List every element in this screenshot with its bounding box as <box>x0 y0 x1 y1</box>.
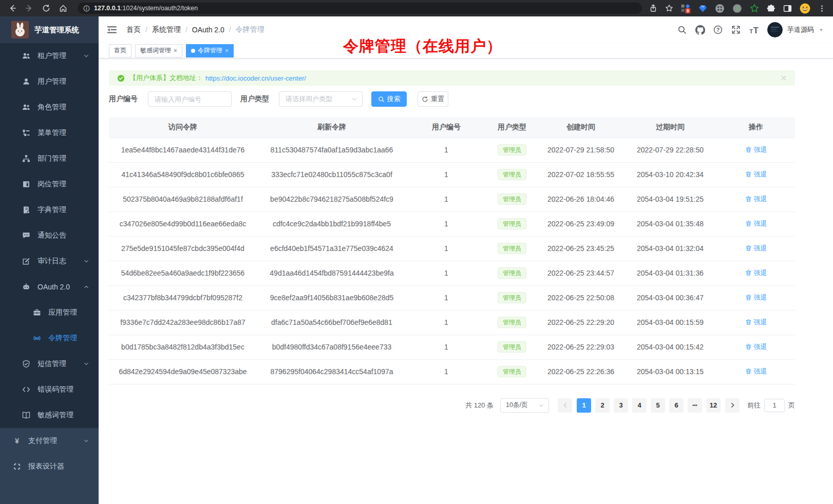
sidebar-item-label: 敏感词管理 <box>37 411 73 420</box>
force-logout-button[interactable]: 强退 <box>745 195 767 204</box>
user-type-cell: 管理员 <box>486 236 538 261</box>
post-icon <box>22 180 30 188</box>
force-logout-button[interactable]: 强退 <box>745 342 767 352</box>
force-logout-button[interactable]: 强退 <box>745 318 767 327</box>
sidebar-item-menu-tree[interactable]: 菜单管理 <box>0 120 99 146</box>
breadcrumb-item[interactable]: OAuth 2.0 <box>192 26 224 34</box>
share-icon[interactable] <box>649 4 657 12</box>
extension-tabs-icon[interactable]: 9 <box>681 4 691 13</box>
force-logout-button[interactable]: 强退 <box>745 293 767 302</box>
breadcrumb-separator: / <box>229 26 231 34</box>
caret-down-icon[interactable] <box>819 27 824 32</box>
page-button-12[interactable]: 12 <box>706 398 721 413</box>
search-form: 用户编号 用户类型 请选择用户类型 搜索 重置 <box>109 91 795 107</box>
sidebar-item-user[interactable]: 用户管理 <box>0 69 99 94</box>
sidebar-item-application[interactable]: 应用管理 <box>0 300 99 325</box>
page-button-4[interactable]: 4 <box>632 398 647 413</box>
user-type-select[interactable]: 请选择用户类型 <box>279 91 363 107</box>
sidebar-item-label: 应用管理 <box>48 308 77 317</box>
bookmark-star-icon[interactable] <box>665 4 673 12</box>
page-button-1[interactable]: 1 <box>577 398 591 413</box>
sidebar-item-label: 支付管理 <box>28 436 57 445</box>
site-info-icon[interactable] <box>83 5 90 12</box>
next-page-button[interactable] <box>725 398 740 413</box>
sidebar-item-department[interactable]: 部门管理 <box>0 146 99 171</box>
goto-page-input[interactable] <box>764 399 785 412</box>
extension-command-icon[interactable] <box>715 4 725 13</box>
font-size-icon[interactable]: TT <box>749 25 759 34</box>
github-icon[interactable] <box>695 25 705 34</box>
sidebar-item-token[interactable]: A令牌管理 <box>0 325 99 351</box>
side-panel-icon[interactable] <box>783 4 792 13</box>
extension-star-icon[interactable] <box>750 4 759 13</box>
user-type-placeholder: 请选择用户类型 <box>286 94 332 104</box>
page-ellipsis[interactable]: ••• <box>688 398 702 413</box>
page-button-6[interactable]: 6 <box>669 398 684 413</box>
created-time-cell: 2022-07-02 18:55:55 <box>538 162 623 187</box>
sidebar-item-audit-log[interactable]: 审计日志 <box>0 248 99 274</box>
search-button[interactable]: 搜索 <box>371 91 407 107</box>
page-button-3[interactable]: 3 <box>614 398 628 413</box>
user-name[interactable]: 芋道源码 <box>787 25 814 34</box>
browser-menu-icon[interactable] <box>818 5 826 12</box>
fullscreen-icon[interactable] <box>731 25 741 34</box>
sidebar-toggle-icon[interactable] <box>107 25 117 35</box>
profile-avatar-icon[interactable] <box>800 3 810 14</box>
sidebar-item-post[interactable]: 岗位管理 <box>0 171 99 197</box>
prev-page-button[interactable] <box>558 398 572 413</box>
page-size-select[interactable]: 10条/页 <box>500 398 549 413</box>
sidebar-item-dictionary[interactable]: 字典管理 <box>0 197 99 223</box>
sidebar-item-label: 通知公告 <box>37 231 66 240</box>
expire-time-cell: 2054-03-04 00:15:42 <box>623 335 717 359</box>
browser-reload-icon[interactable] <box>42 4 50 12</box>
force-logout-button[interactable]: 强退 <box>745 219 767 228</box>
tab-close-icon[interactable]: × <box>225 48 229 54</box>
sidebar-item-tenant[interactable]: 租户管理 <box>0 43 99 69</box>
user-id-cell: 1 <box>407 211 486 236</box>
help-icon[interactable]: ? <box>713 25 723 34</box>
trash-icon <box>745 319 752 325</box>
page-button-2[interactable]: 2 <box>595 398 610 413</box>
breadcrumb-item[interactable]: 系统管理 <box>152 25 181 34</box>
sidebar-item-role[interactable]: 角色管理 <box>0 94 99 120</box>
extension-dot-icon[interactable] <box>732 4 742 13</box>
browser-home-icon[interactable] <box>59 4 67 12</box>
breadcrumb-item[interactable]: 首页 <box>126 25 141 34</box>
sidebar-item-error-code[interactable]: 错误码管理 <box>0 377 99 402</box>
sidebar-item-sms[interactable]: 短信管理 <box>0 351 99 377</box>
force-logout-button[interactable]: 强退 <box>745 170 767 179</box>
search-icon[interactable] <box>677 25 687 34</box>
sidebar-item-announcement[interactable]: 通知公告 <box>0 223 99 248</box>
force-logout-button[interactable]: 强退 <box>745 145 767 154</box>
created-time-cell: 2022-06-25 23:45:25 <box>538 236 623 261</box>
browser-back-icon[interactable] <box>8 4 16 12</box>
extension-gem-icon[interactable] <box>698 4 707 13</box>
alert-close-icon[interactable] <box>781 75 787 81</box>
user-avatar[interactable] <box>767 22 783 37</box>
svg-text:?: ? <box>716 27 720 33</box>
tab-首页[interactable]: 首页 <box>109 44 131 57</box>
sidebar-item-report-designer[interactable]: 报表设计器 <box>0 454 99 479</box>
refresh-token-cell: b0df4980ffd34c67a08f9156e4eee733 <box>257 335 407 359</box>
extensions-puzzle-icon[interactable] <box>767 4 775 13</box>
refresh-icon <box>422 96 428 103</box>
force-logout-button[interactable]: 强退 <box>745 268 767 278</box>
page-button-5[interactable]: 5 <box>651 398 665 413</box>
reset-button[interactable]: 重置 <box>418 91 448 107</box>
tab-令牌管理[interactable]: 令牌管理× <box>186 44 234 57</box>
page-suffix-label: 页 <box>788 401 795 410</box>
table-row: 54d6be82ee5a460a9aedc1f9bf22365649d1aa46… <box>109 261 795 285</box>
browser-forward-icon[interactable] <box>25 4 33 12</box>
tab-敏感词管理[interactable]: 敏感词管理× <box>135 44 182 57</box>
user-id-input[interactable] <box>148 91 232 107</box>
magnifier-icon <box>378 96 385 103</box>
sidebar-item-sensitive-word[interactable]: 敏感词管理 <box>0 402 99 428</box>
doc-link[interactable]: https://doc.iocoder.cn/user-center/ <box>205 74 306 82</box>
sidebar-item-payment[interactable]: ¥支付管理 <box>0 428 99 454</box>
app-logo-header[interactable]: 芋道管理系统 <box>0 16 99 43</box>
sidebar-item-oauth[interactable]: OAuth 2.0 <box>0 274 99 300</box>
address-bar[interactable]: 127.0.0.1:1024/system/oauth2/token <box>78 3 642 14</box>
force-logout-button[interactable]: 强退 <box>745 244 767 253</box>
tab-close-icon[interactable]: × <box>174 48 177 54</box>
force-logout-button[interactable]: 强退 <box>745 367 767 376</box>
